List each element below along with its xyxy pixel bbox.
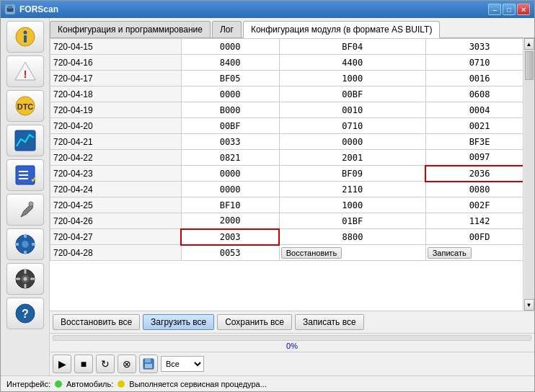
row-id: 720-04-15 bbox=[50, 39, 182, 55]
svg-text:DTC: DTC bbox=[17, 102, 33, 111]
row-v1[interactable]: 0000 bbox=[181, 166, 279, 182]
scrollbar-down-button[interactable]: ▼ bbox=[524, 299, 534, 311]
tab-asbuilt[interactable]: Конфигурация модуля (в формате AS BUILT) bbox=[243, 21, 441, 38]
sidebar-btn-checklist[interactable]: ✓ bbox=[6, 159, 44, 191]
row-v1[interactable]: 0000 bbox=[181, 39, 279, 55]
restore-row-button[interactable]: Восстановить bbox=[281, 247, 342, 259]
filter-select[interactable]: Все bbox=[161, 356, 204, 372]
row-v1[interactable]: 0821 bbox=[181, 150, 279, 166]
row-v3[interactable]: 0080 bbox=[425, 182, 534, 197]
row-v3[interactable]: 0004 bbox=[425, 102, 534, 118]
app-icon bbox=[5, 4, 15, 14]
delete-button[interactable]: ⊗ bbox=[118, 355, 136, 373]
row-v3[interactable]: 2036 bbox=[425, 166, 534, 182]
table-row: 720-04-272003880000FD bbox=[50, 229, 534, 245]
row-v1[interactable]: 2000 bbox=[181, 213, 279, 229]
row-v2[interactable]: BF09 bbox=[279, 166, 425, 182]
table-row: 720-04-22082120010097 bbox=[50, 150, 534, 166]
svg-point-24 bbox=[23, 277, 27, 281]
row-v2[interactable]: 1000 bbox=[279, 197, 425, 213]
row-v1[interactable]: 0000 bbox=[181, 182, 279, 197]
row-v1[interactable]: B000 bbox=[181, 102, 279, 118]
row-v1[interactable]: 00BF bbox=[181, 118, 279, 134]
data-scroll[interactable]: 720-04-150000BF043033720-04-168400440007… bbox=[50, 38, 534, 311]
table-row: 720-04-19B00000100004 bbox=[50, 102, 534, 118]
row-v3[interactable]: 00FD bbox=[425, 229, 534, 245]
svg-rect-21 bbox=[32, 243, 35, 246]
restore-all-button[interactable]: Восстановить все bbox=[53, 314, 140, 330]
app-title: FORScan bbox=[19, 4, 58, 14]
close-button[interactable]: ✕ bbox=[517, 4, 530, 15]
row-v1[interactable]: 0033 bbox=[181, 134, 279, 150]
row-v3[interactable]: 3033 bbox=[425, 39, 534, 55]
play-button[interactable]: ▶ bbox=[53, 355, 71, 373]
scrollbar-thumb[interactable] bbox=[525, 51, 534, 80]
sidebar-btn-wrench[interactable] bbox=[6, 194, 44, 226]
row-v2[interactable]: 00BF bbox=[279, 86, 425, 102]
row-v2[interactable]: BF04 bbox=[279, 39, 425, 55]
row-v3[interactable]: 0097 bbox=[425, 150, 534, 166]
sidebar-btn-warning[interactable]: ! bbox=[6, 55, 44, 87]
restore-cell: Восстановить bbox=[279, 245, 425, 261]
maximize-button[interactable]: □ bbox=[503, 4, 516, 15]
sidebar-btn-dtc[interactable]: DTC bbox=[6, 90, 44, 122]
sidebar-btn-gear[interactable] bbox=[6, 228, 44, 260]
scrollbar[interactable]: ▲ ▼ bbox=[523, 38, 534, 311]
row-v3[interactable]: 0016 bbox=[425, 71, 534, 86]
row-v2[interactable]: 8800 bbox=[279, 229, 425, 245]
content-area: 720-04-150000BF043033720-04-168400440007… bbox=[50, 38, 534, 311]
tab-config[interactable]: Конфигурация и программирование bbox=[50, 21, 211, 37]
row-v2[interactable]: 2110 bbox=[279, 182, 425, 197]
stop-button[interactable]: ■ bbox=[74, 355, 93, 373]
write-row-button[interactable]: Записать bbox=[428, 247, 472, 259]
row-id: 720-04-17 bbox=[50, 71, 182, 86]
row-id: 720-04-16 bbox=[50, 55, 182, 71]
sidebar-btn-config[interactable] bbox=[6, 263, 44, 295]
row-v3[interactable]: 002F bbox=[425, 197, 534, 213]
table-row: 720-04-280053ВосстановитьЗаписать bbox=[50, 245, 534, 261]
save-file-button[interactable] bbox=[139, 355, 158, 373]
status-bar: Интерфейс: Автомобиль: Выполняется серви… bbox=[1, 375, 534, 391]
save-all-button[interactable]: Сохранить все bbox=[217, 314, 292, 330]
row-v2[interactable]: 0710 bbox=[279, 118, 425, 134]
bottom-buttons: Восстановить все Загрузить все Сохранить… bbox=[50, 311, 534, 333]
svg-rect-28 bbox=[30, 278, 35, 280]
table-row: 720-04-26200001BF1142 bbox=[50, 213, 534, 229]
row-v1[interactable]: 0000 bbox=[181, 86, 279, 102]
row-v3[interactable]: 0021 bbox=[425, 118, 534, 134]
row-v3[interactable]: BF3E bbox=[425, 134, 534, 150]
row-v3[interactable]: 0608 bbox=[425, 86, 534, 102]
row-v2[interactable]: 01BF bbox=[279, 213, 425, 229]
right-panel: Конфигурация и программирование Лог Конф… bbox=[50, 18, 534, 375]
svg-rect-20 bbox=[15, 243, 19, 246]
row-v2[interactable]: 2001 bbox=[279, 150, 425, 166]
row-v1[interactable]: BF10 bbox=[181, 197, 279, 213]
row-v1[interactable]: 2003 bbox=[181, 229, 279, 245]
refresh-button[interactable]: ↻ bbox=[96, 355, 115, 373]
row-id: 720-04-19 bbox=[50, 102, 182, 118]
row-v1: 0053 bbox=[181, 245, 279, 261]
row-v3[interactable]: 1142 bbox=[425, 213, 534, 229]
row-v3[interactable]: 0710 bbox=[425, 55, 534, 71]
tab-log[interactable]: Лог bbox=[212, 21, 242, 37]
minimize-button[interactable]: – bbox=[488, 4, 501, 15]
sidebar: ! DTC bbox=[1, 18, 50, 375]
sidebar-btn-graph[interactable] bbox=[6, 125, 44, 156]
main-window: FORScan – □ ✕ ! bbox=[0, 0, 535, 392]
scrollbar-track[interactable] bbox=[524, 50, 534, 299]
row-v2[interactable]: 0010 bbox=[279, 102, 425, 118]
load-all-button[interactable]: Загрузить все bbox=[143, 314, 214, 330]
table-row: 720-04-2100330000BF3E bbox=[50, 134, 534, 150]
svg-rect-33 bbox=[145, 364, 152, 368]
row-v1[interactable]: BF05 bbox=[181, 71, 279, 86]
scrollbar-up-button[interactable]: ▲ bbox=[524, 38, 534, 50]
row-v2[interactable]: 0000 bbox=[279, 134, 425, 150]
write-all-button[interactable]: Записать все bbox=[295, 314, 364, 330]
row-v1[interactable]: 8400 bbox=[181, 55, 279, 71]
row-v2[interactable]: 4400 bbox=[279, 55, 425, 71]
sidebar-btn-help[interactable]: ? bbox=[6, 298, 44, 329]
row-id: 720-04-20 bbox=[50, 118, 182, 134]
svg-text:?: ? bbox=[22, 308, 29, 320]
sidebar-btn-info[interactable] bbox=[6, 21, 44, 53]
row-v2[interactable]: 1000 bbox=[279, 71, 425, 86]
